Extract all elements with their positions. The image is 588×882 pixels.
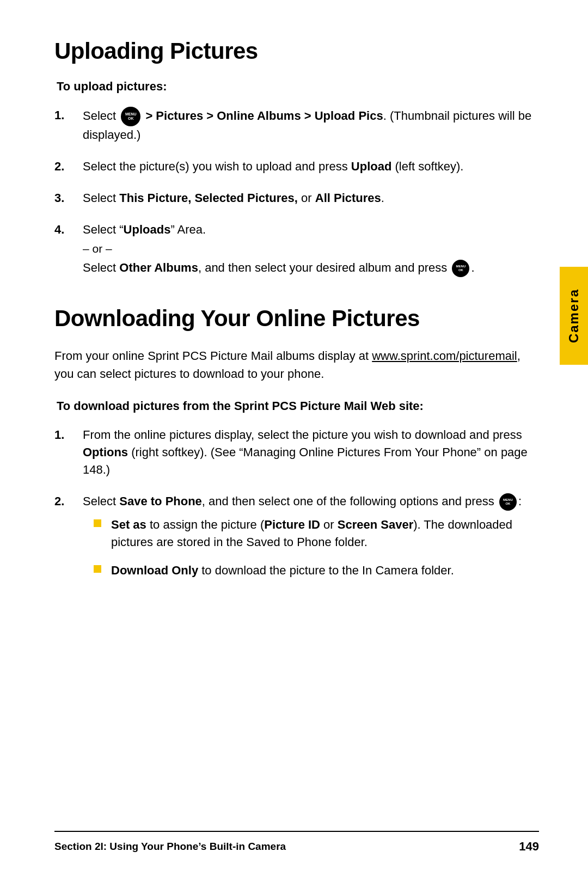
step-3-content: Select This Picture, Selected Pictures, … — [83, 189, 539, 207]
step-number-2: 2. — [54, 158, 81, 175]
step-4-content: Select “Uploads” Area. – or – Select Oth… — [83, 221, 539, 278]
footer-page-number: 149 — [519, 840, 539, 854]
downloading-intro: From your online Sprint PCS Picture Mail… — [54, 347, 539, 383]
step-2-content: Select the picture(s) you wish to upload… — [83, 158, 539, 175]
downloading-title: Downloading Your Online Pictures — [54, 305, 539, 332]
uploading-section: Uploading Pictures To upload pictures: 1… — [54, 38, 539, 277]
dl-step-2-content: Select Save to Phone, and then select on… — [83, 493, 539, 590]
step-number-4: 4. — [54, 221, 81, 238]
bullet-item-1: Set as to assign the picture (Picture ID… — [94, 516, 539, 551]
step-3-bold1: This Picture, Selected Pictures, — [119, 191, 298, 205]
sidebar-tab: Camera — [560, 267, 588, 365]
dl-step-number-1: 1. — [54, 426, 81, 444]
downloading-subtitle: To download pictures from the Sprint PCS… — [57, 399, 539, 413]
page-container: Camera Uploading Pictures To upload pict… — [0, 0, 588, 882]
bullet-2-text: Download Only to download the picture to… — [111, 562, 454, 579]
bullet-item-2: Download Only to download the picture to… — [94, 562, 539, 579]
step-number-1: 1. — [54, 107, 81, 124]
dl-step-1-bold: Options — [83, 445, 128, 459]
or-divider: – or – — [83, 241, 539, 257]
step-number-3: 3. — [54, 189, 81, 207]
step-3-bold2: All Pictures — [315, 191, 381, 205]
downloading-step-1: 1. From the online pictures display, sel… — [54, 426, 539, 479]
bullet-2-bold: Download Only — [111, 564, 198, 577]
page-footer: Section 2I: Using Your Phone’s Built-in … — [54, 831, 539, 854]
bullet-1-bold3: Screen Saver — [338, 518, 413, 531]
uploading-step-1: 1. Select > Pictures > Online Albums > U… — [54, 107, 539, 144]
menu-icon-3 — [499, 493, 517, 511]
sidebar-label: Camera — [566, 289, 581, 343]
bullet-1-text: Set as to assign the picture (Picture ID… — [111, 516, 539, 551]
downloading-section: Downloading Your Online Pictures From yo… — [54, 305, 539, 590]
bullet-icon-2 — [94, 565, 101, 573]
uploading-step-2: 2. Select the picture(s) you wish to upl… — [54, 158, 539, 175]
downloading-steps: 1. From the online pictures display, sel… — [54, 426, 539, 590]
uploading-steps: 1. Select > Pictures > Online Albums > U… — [54, 107, 539, 277]
step-2-bold: Upload — [351, 160, 392, 173]
dl-step-number-2: 2. — [54, 493, 81, 510]
uploading-title: Uploading Pictures — [54, 38, 539, 64]
uploading-step-3: 3. Select This Picture, Selected Picture… — [54, 189, 539, 207]
step-4-bold: Uploads — [124, 223, 171, 236]
footer-section-text: Section 2I: Using Your Phone’s Built-in … — [54, 841, 286, 853]
uploading-subtitle: To upload pictures: — [57, 79, 539, 94]
bullet-1-bold2: Picture ID — [264, 518, 320, 531]
dl-step-1-content: From the online pictures display, select… — [83, 426, 539, 479]
step-4-other-albums: Other Albums — [119, 261, 198, 274]
menu-icon-2 — [452, 260, 469, 277]
dl-step-2-bold: Save to Phone — [119, 494, 202, 508]
uploading-step-4: 4. Select “Uploads” Area. – or – Select … — [54, 221, 539, 278]
menu-icon-1 — [121, 107, 140, 126]
bullet-icon-1 — [94, 519, 101, 527]
sprint-link[interactable]: www.sprint.com/picturemail — [372, 349, 517, 363]
step-1-bold: > Pictures > Online Albums > Upload Pics — [145, 109, 383, 122]
bullet-1-bold1: Set as — [111, 518, 146, 531]
step-1-content: Select > Pictures > Online Albums > Uplo… — [83, 107, 539, 144]
downloading-step-2: 2. Select Save to Phone, and then select… — [54, 493, 539, 590]
bullet-list: Set as to assign the picture (Picture ID… — [94, 516, 539, 579]
